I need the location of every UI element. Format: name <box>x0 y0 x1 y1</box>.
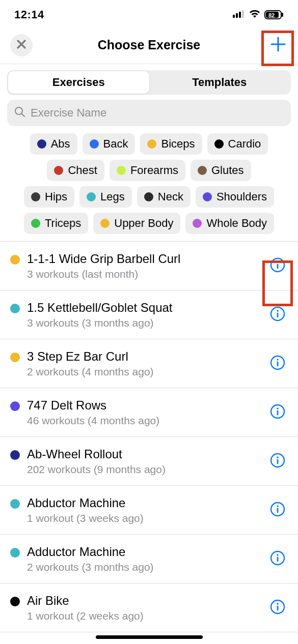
filter-chip-chest[interactable]: Chest <box>47 160 104 181</box>
filter-chip-whole-body[interactable]: Whole Body <box>185 213 274 234</box>
info-button[interactable] <box>267 500 288 520</box>
chip-dot <box>31 192 40 201</box>
svg-rect-20 <box>277 410 279 415</box>
search-input[interactable] <box>31 106 284 120</box>
chip-label: Legs <box>100 190 125 203</box>
wifi-icon <box>249 9 261 20</box>
exercise-subtitle: 1 workout (3 weeks ago) <box>27 512 267 524</box>
exercise-name: 1-1-1 Wide Grip Barbell Curl <box>27 252 267 266</box>
exercise-name: Abductor Machine <box>27 496 267 510</box>
row-body: Abductor Machine1 workout (3 weeks ago) <box>27 496 267 524</box>
page-title: Choose Exercise <box>98 38 201 52</box>
svg-rect-2 <box>239 12 241 18</box>
chip-label: Chest <box>68 164 97 177</box>
svg-point-19 <box>277 407 279 409</box>
add-button[interactable] <box>264 32 292 59</box>
svg-rect-11 <box>277 264 279 269</box>
svg-point-16 <box>277 359 279 361</box>
category-dot <box>10 450 20 460</box>
status-icons: 82 <box>233 9 284 20</box>
exercise-row[interactable]: 3 Step Ez Bar Curl2 workouts (4 months a… <box>0 339 298 388</box>
search-bar[interactable] <box>7 100 291 126</box>
info-button[interactable] <box>267 354 288 374</box>
exercise-subtitle: 2 workouts (4 months ago) <box>27 366 267 378</box>
category-dot <box>10 499 20 509</box>
filter-chip-forearms[interactable]: Forearms <box>110 160 185 181</box>
exercise-subtitle: 1 workout (2 weeks ago) <box>27 610 267 622</box>
svg-rect-1 <box>236 13 238 18</box>
exercise-name: 1.5 Kettlebell/Goblet Squat <box>27 301 267 315</box>
info-button[interactable] <box>267 402 288 423</box>
filter-chip-legs[interactable]: Legs <box>79 186 132 208</box>
chip-dot <box>90 139 99 149</box>
exercise-row[interactable]: Ab-Wheel Rollout202 workouts (9 months a… <box>0 437 298 486</box>
exercise-row[interactable]: 747 Delt Rows46 workouts (4 months ago) <box>0 388 298 437</box>
tab-control: Exercises Templates <box>7 70 291 95</box>
filter-chip-hips[interactable]: Hips <box>24 186 74 208</box>
chip-dot <box>203 192 212 201</box>
svg-rect-23 <box>277 459 279 464</box>
tab-templates[interactable]: Templates <box>149 71 290 94</box>
row-body: 1-1-1 Wide Grip Barbell Curl3 workouts (… <box>27 252 267 280</box>
info-button[interactable] <box>267 256 288 276</box>
filter-chip-cardio[interactable]: Cardio <box>207 133 268 155</box>
close-button[interactable] <box>10 34 33 56</box>
nav-bar: Choose Exercise <box>0 26 298 64</box>
filter-chips: AbsBackBicepsCardioChestForearmsGlutesHi… <box>0 126 298 241</box>
filter-chip-triceps[interactable]: Triceps <box>24 213 88 234</box>
row-body: Adductor Machine2 workouts (3 months ago… <box>27 545 267 573</box>
filter-chip-back[interactable]: Back <box>83 133 136 155</box>
svg-rect-3 <box>242 10 244 18</box>
svg-point-28 <box>277 554 279 556</box>
search-icon <box>14 106 25 120</box>
svg-rect-32 <box>277 605 279 610</box>
exercise-subtitle: 46 workouts (4 months ago) <box>27 415 267 427</box>
exercise-row[interactable]: Air Bike1 workout (2 weeks ago) <box>0 583 298 632</box>
filter-chip-upper-body[interactable]: Upper Body <box>93 213 180 234</box>
filter-chip-shoulders[interactable]: Shoulders <box>196 186 274 208</box>
row-body: 747 Delt Rows46 workouts (4 months ago) <box>27 398 267 427</box>
info-button[interactable] <box>267 305 288 325</box>
plus-icon <box>269 36 287 55</box>
chip-label: Abs <box>51 137 70 151</box>
chip-dot <box>100 219 110 228</box>
exercise-row[interactable]: 1.5 Kettlebell/Goblet Squat3 workouts (3… <box>0 290 298 339</box>
info-icon <box>269 355 286 373</box>
exercise-row[interactable]: 1-1-1 Wide Grip Barbell Curl3 workouts (… <box>0 242 298 290</box>
exercise-row[interactable]: Adductor Machine2 workouts (3 months ago… <box>0 535 298 583</box>
filter-chip-glutes[interactable]: Glutes <box>191 160 251 181</box>
exercise-list: 1-1-1 Wide Grip Barbell Curl3 workouts (… <box>0 241 298 632</box>
chip-label: Upper Body <box>114 217 173 230</box>
svg-rect-14 <box>277 312 279 317</box>
chip-dot <box>37 139 46 149</box>
info-icon <box>269 257 286 275</box>
exercise-subtitle: 3 workouts (3 months ago) <box>27 317 267 329</box>
chip-label: Biceps <box>161 137 195 151</box>
row-body: 3 Step Ez Bar Curl2 workouts (4 months a… <box>27 349 267 378</box>
info-button[interactable] <box>267 598 288 618</box>
chip-dot <box>193 219 202 228</box>
svg-point-13 <box>277 310 279 312</box>
chip-dot <box>117 166 126 175</box>
filter-chip-neck[interactable]: Neck <box>137 186 191 208</box>
filter-chip-biceps[interactable]: Biceps <box>140 133 202 155</box>
filter-chip-abs[interactable]: Abs <box>30 133 77 155</box>
info-button[interactable] <box>267 549 288 569</box>
chip-dot <box>214 139 224 149</box>
info-button[interactable] <box>267 451 288 472</box>
exercise-subtitle: 2 workouts (3 months ago) <box>27 561 267 573</box>
exercise-subtitle: 3 workouts (last month) <box>27 268 267 280</box>
category-dot <box>10 401 20 411</box>
info-icon <box>269 501 286 519</box>
svg-rect-17 <box>277 361 279 366</box>
chip-dot <box>31 219 40 228</box>
tab-exercises[interactable]: Exercises <box>8 71 149 94</box>
exercise-name: 747 Delt Rows <box>27 398 267 413</box>
chip-dot <box>87 192 96 201</box>
svg-rect-6 <box>282 13 283 17</box>
chip-label: Forearms <box>130 164 178 177</box>
home-indicator <box>96 635 203 639</box>
exercise-row[interactable]: Abductor Machine1 workout (3 weeks ago) <box>0 486 298 535</box>
info-icon <box>269 599 286 617</box>
close-icon <box>16 39 26 51</box>
